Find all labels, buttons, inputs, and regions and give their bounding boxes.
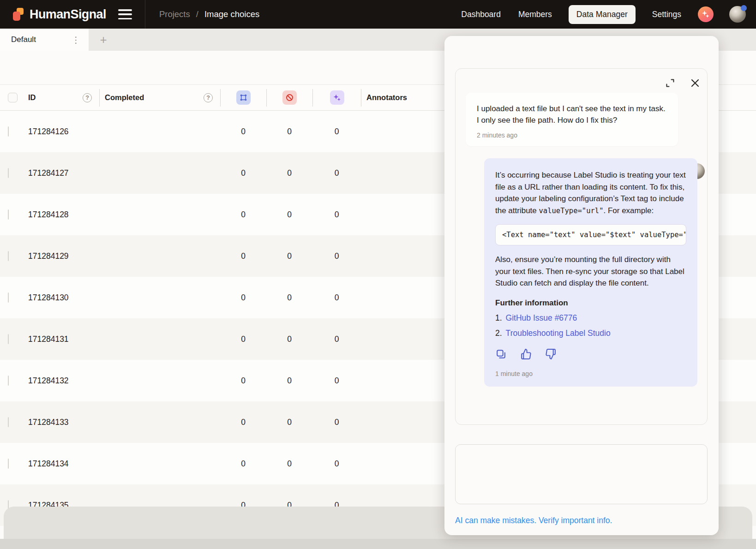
- humansignal-logo[interactable]: HumanSignal: [11, 7, 106, 22]
- chat-input[interactable]: [455, 444, 708, 504]
- sparkles-icon: [701, 10, 710, 19]
- thumbs-down-icon[interactable]: [545, 348, 557, 360]
- id-column-label: ID: [28, 93, 36, 102]
- annotations-count-cell: 0: [220, 168, 266, 178]
- tab-default[interactable]: Default ⋮: [0, 29, 89, 51]
- thumbs-up-icon[interactable]: [520, 348, 532, 360]
- task-id-cell: 171284132: [28, 376, 99, 386]
- task-id-cell: 171284127: [28, 168, 99, 178]
- row-checkbox-cell: [0, 459, 23, 469]
- task-id-cell: 171284129: [28, 251, 99, 261]
- row-checkbox[interactable]: [8, 251, 9, 261]
- annotations-count-cell: 0: [220, 127, 266, 137]
- task-id-cell: 171284133: [28, 418, 99, 427]
- ai-p1-tail: . For example:: [604, 206, 654, 215]
- row-checkbox[interactable]: [8, 334, 9, 344]
- ai-message-timestamp: 1 minute ago: [495, 370, 686, 377]
- cancelled-count-cell: 0: [266, 127, 312, 137]
- predictions-count-cell: 0: [312, 251, 361, 261]
- column-header-id[interactable]: ID ?: [23, 89, 99, 107]
- row-checkbox-cell: [0, 168, 23, 178]
- row-checkbox[interactable]: [8, 417, 9, 427]
- annotators-column-label: Annotators: [366, 93, 407, 102]
- list-number: 1.: [495, 313, 502, 323]
- annotations-count-cell: 0: [220, 210, 266, 220]
- nav-members[interactable]: Members: [517, 5, 553, 24]
- row-checkbox-cell: [0, 127, 23, 137]
- cancelled-count-cell: 0: [266, 210, 312, 220]
- ai-disclaimer-link[interactable]: AI can make mistakes. Verify important i…: [455, 516, 612, 525]
- troubleshooting-link[interactable]: Troubleshooting Label Studio: [506, 328, 611, 338]
- column-header-annotations[interactable]: [220, 89, 266, 107]
- tab-options-kebab-icon[interactable]: ⋮: [72, 36, 80, 44]
- row-checkbox-cell: [0, 418, 23, 427]
- ai-inline-code: valueType="url": [539, 207, 604, 215]
- add-tab-button[interactable]: +: [94, 29, 113, 51]
- breadcrumb-projects[interactable]: Projects: [159, 9, 190, 19]
- cancelled-count-cell: 0: [266, 418, 312, 427]
- id-help-icon[interactable]: ?: [83, 93, 92, 102]
- task-id-cell: 171284134: [28, 459, 99, 469]
- annotations-count-cell: 0: [220, 459, 266, 469]
- header-divider: [145, 0, 145, 29]
- ai-message-actions: [495, 348, 686, 360]
- row-checkbox-cell: [0, 376, 23, 386]
- cancelled-count-cell: 0: [266, 376, 312, 386]
- predictions-count-cell: 0: [312, 210, 361, 220]
- nav-settings[interactable]: Settings: [651, 5, 682, 24]
- cancelled-count-cell: 0: [266, 168, 312, 178]
- copy-icon[interactable]: [495, 348, 507, 360]
- predictions-count-cell: 0: [312, 334, 361, 344]
- row-checkbox[interactable]: [8, 209, 9, 220]
- predictions-count-cell: 0: [312, 376, 361, 386]
- row-checkbox[interactable]: [8, 126, 9, 137]
- column-header-completed[interactable]: Completed ?: [99, 89, 220, 107]
- ai-paragraph-1: It’s occurring because Label Studio is t…: [495, 169, 686, 217]
- further-info-item-1: 1. GitHub Issue #6776: [495, 313, 686, 323]
- annotations-count-cell: 0: [220, 334, 266, 344]
- row-checkbox[interactable]: [8, 168, 9, 178]
- further-info-item-2: 2. Troubleshooting Label Studio: [495, 328, 686, 338]
- predictions-count-cell: 0: [312, 418, 361, 427]
- hamburger-menu-icon[interactable]: [118, 9, 132, 19]
- select-all-checkbox[interactable]: [8, 93, 18, 102]
- annotations-count-cell: 0: [220, 376, 266, 386]
- chat-message-list: I uploaded a text file but I can't see t…: [455, 68, 708, 425]
- cancelled-annotations-icon[interactable]: [282, 90, 297, 105]
- ai-assistant-panel: I uploaded a text file but I can't see t…: [444, 36, 719, 535]
- row-checkbox[interactable]: [8, 292, 9, 303]
- ai-sparkles-button[interactable]: [698, 6, 714, 22]
- ai-message-bubble: It’s occurring because Label Studio is t…: [484, 158, 697, 387]
- breadcrumb-current: Image choices: [204, 9, 259, 19]
- humansignal-logo-icon: [11, 7, 25, 22]
- top-header: HumanSignal Projects / Image choices Das…: [0, 0, 756, 29]
- user-avatar[interactable]: [729, 6, 746, 23]
- github-issue-link[interactable]: GitHub Issue #6776: [506, 313, 577, 323]
- cancelled-count-cell: 0: [266, 251, 312, 261]
- annotations-count-cell: 0: [220, 293, 266, 303]
- ai-code-block[interactable]: <Text name="text" value="$text" valueTyp…: [495, 224, 686, 245]
- completed-help-icon[interactable]: ?: [204, 93, 213, 102]
- row-checkbox[interactable]: [8, 376, 9, 386]
- annotations-count-cell: 0: [220, 251, 266, 261]
- list-number: 2.: [495, 328, 502, 338]
- row-checkbox[interactable]: [8, 459, 9, 469]
- annotations-box-icon[interactable]: [236, 90, 251, 105]
- ai-paragraph-2: Also, ensure you’re mounting the full di…: [495, 254, 686, 289]
- predictions-count-cell: 0: [312, 459, 361, 469]
- tab-default-label: Default: [11, 35, 36, 44]
- predictions-count-cell: 0: [312, 168, 361, 178]
- predictions-sparkles-icon[interactable]: [330, 90, 344, 105]
- column-header-predictions[interactable]: [312, 89, 361, 107]
- nav-dashboard[interactable]: Dashboard: [460, 5, 502, 24]
- completed-column-label: Completed: [105, 93, 144, 102]
- task-id-cell: 171284128: [28, 210, 99, 220]
- column-header-cancelled[interactable]: [266, 89, 312, 107]
- user-message-timestamp: 2 minutes ago: [477, 131, 667, 139]
- task-id-cell: 171284131: [28, 334, 99, 344]
- cancelled-count-cell: 0: [266, 293, 312, 303]
- cancelled-count-cell: 0: [266, 459, 312, 469]
- logo-text: HumanSignal: [30, 7, 106, 22]
- cancelled-count-cell: 0: [266, 334, 312, 344]
- nav-data-manager[interactable]: Data Manager: [569, 5, 636, 24]
